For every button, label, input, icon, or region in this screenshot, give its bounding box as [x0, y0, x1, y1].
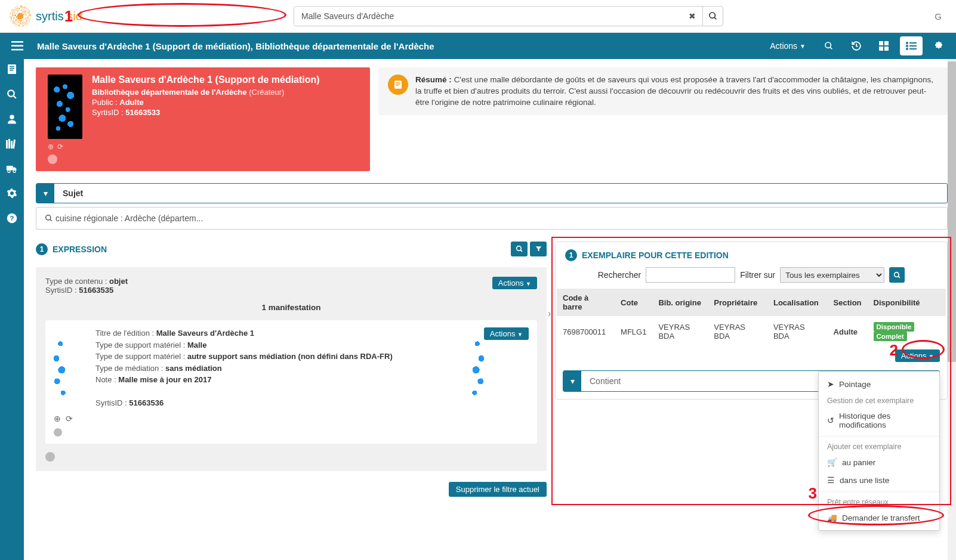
exemplaire-title: EXEMPLAIRE POUR CETTE EDITION [582, 250, 729, 260]
history-icon[interactable] [845, 36, 868, 55]
status-dot [48, 154, 57, 164]
list-icon: ☰ [827, 475, 835, 485]
nav-search-icon[interactable] [7, 89, 17, 100]
menu-pointage[interactable]: ➤Pointage [819, 375, 939, 393]
available-badge: Disponible [874, 322, 915, 332]
annotation-ellipse-1 [78, 3, 286, 27]
record-creator: Bibliothèque départementale de l'Ardèche… [92, 88, 320, 97]
menu-header-gestion: Gestion de cet exemplaire [819, 393, 939, 407]
expression-meta: Type de contenu : objet SyrtisID : 51663… [45, 277, 537, 295]
app-logo[interactable]: syrtis sid [10, 5, 82, 27]
exemplaire-table: Code à barre Cote Bib. origine Propriéta… [557, 289, 946, 362]
search-input[interactable] [294, 11, 682, 21]
manif-art-left-icon [54, 327, 87, 409]
global-search: ✖ [294, 6, 723, 26]
clear-icon[interactable]: ✖ [682, 6, 702, 26]
menu-header-pret: Prêt entre réseaux [819, 494, 939, 509]
expand-chevron-icon[interactable]: › [548, 308, 551, 319]
svg-rect-27 [7, 166, 13, 171]
svg-line-41 [898, 276, 900, 278]
row-actions-menu: ➤Pointage Gestion de cet exemplaire ↺His… [818, 371, 940, 531]
expr-status-dot [45, 452, 55, 462]
hamburger-icon[interactable] [6, 41, 29, 51]
svg-rect-23 [6, 140, 8, 148]
nav-user-icon[interactable] [7, 114, 17, 125]
svg-point-0 [710, 13, 715, 18]
nav-gear-icon[interactable] [7, 188, 17, 199]
svg-point-21 [8, 90, 14, 97]
menu-header-ajouter: Ajouter cet exemplaire [819, 439, 939, 453]
subject-search-result[interactable]: cuisine régionale : Ardèche (départem... [36, 207, 948, 230]
exemplaire-filter-select[interactable]: Tous les exemplaires [780, 267, 884, 283]
svg-rect-4 [11, 49, 23, 51]
expression-actions-button[interactable]: Actions ▼ [492, 277, 537, 289]
svg-line-39 [520, 250, 522, 252]
scrollbar[interactable] [948, 59, 956, 560]
menu-add-basket[interactable]: 🛒au panier [819, 453, 939, 471]
svg-rect-14 [909, 45, 917, 47]
manif-status-dot [54, 428, 62, 437]
svg-point-11 [906, 42, 908, 44]
annotation-3: 3 [809, 484, 817, 503]
svg-point-15 [906, 48, 908, 50]
nav-records-icon[interactable] [7, 64, 17, 75]
summary-box: Résumé :C'est une malle débordante de go… [378, 67, 948, 115]
svg-rect-17 [8, 64, 16, 74]
actions-dropdown[interactable]: Actions ▼ [763, 38, 813, 54]
svg-point-5 [825, 42, 831, 48]
manif-actions-button[interactable]: Actions ▼ [484, 327, 529, 340]
nav-help-icon[interactable]: ? [7, 213, 17, 224]
svg-rect-32 [394, 81, 402, 89]
contient-toggle[interactable]: ▾ [563, 371, 581, 391]
svg-rect-10 [884, 47, 889, 51]
svg-point-36 [46, 215, 51, 220]
refresh-icon[interactable]: ⟳ [57, 143, 63, 151]
add-icon[interactable]: ⊕ [48, 143, 54, 151]
user-initial[interactable]: G [935, 11, 946, 21]
svg-rect-33 [396, 82, 400, 83]
menu-request-transfer[interactable]: 🚚Demander le transfert [819, 509, 939, 527]
svg-rect-20 [10, 70, 13, 71]
table-row[interactable]: 7698700011 MFLG1 VEYRAS BDA VEYRAS BDA V… [557, 316, 946, 347]
svg-text:?: ? [10, 215, 14, 222]
nav-truck-icon[interactable] [6, 164, 18, 174]
nav-library-icon[interactable] [6, 139, 18, 150]
expression-search-icon[interactable] [511, 242, 528, 256]
record-thumbnail [48, 75, 82, 139]
subject-toggle[interactable]: ▾ [36, 184, 54, 203]
svg-rect-19 [10, 68, 14, 69]
summary-icon [388, 75, 408, 95]
logo-text: syrtis sid [36, 10, 82, 23]
exemplaire-search-input[interactable] [646, 267, 735, 283]
puzzle-icon[interactable] [927, 36, 950, 55]
manif-add-icon[interactable]: ⊕ [54, 414, 61, 423]
basket-icon: 🛒 [827, 457, 837, 467]
header-search-icon[interactable] [818, 36, 840, 55]
svg-rect-35 [396, 85, 399, 86]
list-view-icon[interactable] [900, 36, 923, 55]
svg-point-29 [13, 170, 16, 172]
manifestation-count: 1 manifestation [45, 303, 537, 312]
search-icon[interactable] [702, 6, 723, 26]
svg-rect-3 [11, 45, 23, 47]
svg-rect-16 [909, 48, 917, 49]
page-title: Malle Saveurs d'Ardèche 1 (Support de mé… [37, 41, 434, 51]
svg-rect-18 [10, 66, 14, 67]
manif-refresh-icon[interactable]: ⟳ [66, 414, 73, 423]
svg-rect-7 [879, 41, 883, 45]
svg-rect-8 [884, 41, 889, 45]
remove-filter-button[interactable]: Supprimer le filtre actuel [449, 482, 547, 497]
row-actions-button[interactable]: Actions ▼ [895, 349, 940, 362]
svg-rect-24 [8, 139, 10, 148]
svg-rect-12 [909, 42, 917, 44]
expression-filter-icon[interactable] [530, 242, 547, 256]
exemplaire-search-go-icon[interactable] [889, 267, 905, 283]
svg-rect-25 [11, 141, 13, 148]
record-card: ⊕ ⟳ Malle Saveurs d'Ardèche 1 (Support d… [36, 67, 370, 171]
svg-line-37 [50, 219, 52, 221]
grid-view-icon[interactable] [872, 36, 895, 55]
svg-rect-9 [879, 47, 883, 51]
menu-history[interactable]: ↺Historique des modifications [819, 407, 939, 434]
menu-add-list[interactable]: ☰dans une liste [819, 471, 939, 489]
svg-point-13 [906, 45, 908, 47]
